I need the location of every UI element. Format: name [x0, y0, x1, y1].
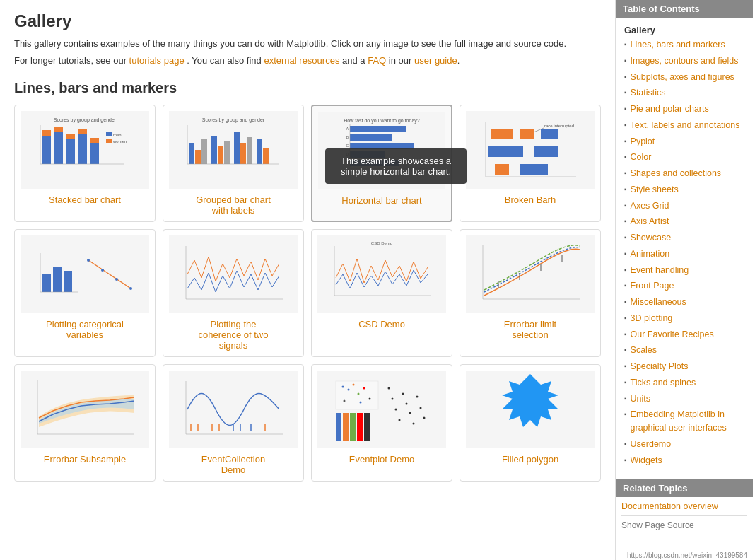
- svg-point-109: [413, 423, 415, 425]
- sidebar-item-recipes[interactable]: ▪ Our Favorite Recipes: [619, 327, 750, 343]
- sidebar: Table of Contents Gallery ▪ Lines, bars …: [615, 0, 753, 560]
- gallery-item-csd-demo[interactable]: CSD Demo CSD Demo: [311, 229, 452, 357]
- sidebar-item-event-handling[interactable]: ▪ Event handling: [619, 262, 750, 279]
- tutorials-link[interactable]: tutorials page: [129, 55, 185, 66]
- svg-point-60: [101, 269, 104, 272]
- sidebar-item-scales[interactable]: ▪ Scales: [619, 342, 750, 358]
- sidebar-item-misc[interactable]: ▪ Miscellaneous: [619, 294, 750, 310]
- gallery-item-event-collection[interactable]: EventCollectionDemo: [163, 364, 304, 482]
- chart-csd-demo: CSD Demo: [317, 235, 446, 313]
- sidebar-item-shapes[interactable]: ▪ Shapes and collections: [619, 165, 750, 182]
- svg-rect-19: [195, 150, 201, 164]
- svg-rect-22: [218, 146, 223, 164]
- sidebar-item-axis-artist[interactable]: ▪ Axis Artist: [619, 214, 750, 230]
- sidebar-item-userdemo[interactable]: ▪ Userdemo: [619, 436, 750, 453]
- intro-paragraph-2: For longer tutorials, see our tutorials …: [14, 54, 601, 68]
- gallery-item-label: Errorbar limitselection: [466, 319, 595, 340]
- sidebar-item-specialty[interactable]: ▪ Specialty Plots: [619, 358, 750, 375]
- gallery-item-errorbar-sub[interactable]: Errorbar Subsample: [14, 364, 156, 482]
- sidebar-item-embedding[interactable]: ▪ Embedding Matplotlib in graphical user…: [619, 407, 750, 436]
- gallery-item-grouped-bar[interactable]: Scores by group and gender: [163, 105, 304, 222]
- sidebar-item-axes-grid[interactable]: ▪ Axes Grid: [619, 198, 750, 214]
- svg-text:women: women: [112, 139, 127, 144]
- bullet-icon: ▪: [624, 298, 627, 305]
- svg-rect-25: [240, 143, 246, 164]
- gallery-item-label: Grouped bar chartwith labels: [169, 194, 298, 216]
- gallery-item-horizontal-bar[interactable]: How fast do you want to go today? A B C …: [311, 105, 452, 222]
- sidebar-item-subplots[interactable]: ▪ Subplots, axes and figures: [619, 69, 750, 86]
- bullet-icon: ▪: [624, 250, 627, 257]
- sidebar-item-text[interactable]: ▪ Text, labels and annotations: [619, 117, 750, 134]
- gallery-item-coherence[interactable]: Plotting thecoherence of twosignals: [163, 229, 304, 357]
- svg-rect-91: [350, 413, 356, 441]
- bullet-icon: ▪: [624, 169, 627, 177]
- svg-point-97: [358, 393, 360, 395]
- sidebar-item-animation[interactable]: ▪ Animation: [619, 246, 750, 262]
- sidebar-item-lines[interactable]: ▪ Lines, bars and markers: [619, 37, 750, 53]
- gallery-item-label: EventCollectionDemo: [169, 454, 298, 475]
- svg-point-111: [420, 407, 422, 409]
- sidebar-item-ticks[interactable]: ▪ Ticks and spines: [619, 375, 750, 391]
- sidebar-item-widgets[interactable]: ▪ Widgets: [619, 453, 750, 469]
- toc-header: Table of Contents: [616, 0, 753, 18]
- bullet-icon: ▪: [624, 346, 627, 354]
- bullet-icon: ▪: [624, 330, 627, 338]
- svg-text:CSD Demo: CSD Demo: [371, 241, 393, 245]
- svg-point-103: [392, 398, 394, 400]
- sidebar-item-pyplot[interactable]: ▪ Pyplot: [619, 134, 750, 150]
- svg-point-98: [363, 387, 365, 390]
- gallery-item-label: Horizontal bar chart: [318, 195, 445, 206]
- bullet-icon: ▪: [624, 456, 627, 464]
- svg-rect-6: [66, 134, 75, 139]
- sidebar-item-style[interactable]: ▪ Style sheets: [619, 182, 750, 198]
- svg-text:E: E: [346, 161, 349, 165]
- svg-rect-35: [350, 151, 385, 158]
- sidebar-item-color[interactable]: ▪ Color: [619, 149, 750, 165]
- sidebar-item-units[interactable]: ▪ Units: [619, 391, 750, 407]
- sidebar-item-showcase[interactable]: ▪ Showcase: [619, 230, 750, 246]
- svg-rect-4: [54, 127, 63, 132]
- svg-rect-49: [495, 164, 509, 175]
- svg-rect-92: [357, 413, 363, 441]
- gallery-item-label: CSD Demo: [317, 319, 446, 329]
- faq-link[interactable]: FAQ: [368, 55, 386, 66]
- svg-point-108: [409, 412, 411, 414]
- show-page-source[interactable]: Show Page Source: [621, 520, 694, 530]
- doc-overview-link[interactable]: Documentation overview: [621, 501, 718, 511]
- gallery-item-broken-barh[interactable]: race interrupted Broken Barh: [460, 105, 601, 222]
- svg-rect-8: [78, 129, 87, 134]
- gallery-item-filled-polygon[interactable]: Filled polygon: [460, 364, 601, 482]
- svg-text:D: D: [346, 152, 349, 156]
- toc-content: Gallery ▪ Lines, bars and markers ▪ Imag…: [616, 18, 753, 472]
- svg-rect-10: [90, 138, 99, 143]
- external-resources-link[interactable]: external resources: [264, 55, 339, 66]
- user-guide-link[interactable]: user guide: [414, 55, 457, 66]
- svg-point-99: [369, 398, 371, 400]
- svg-rect-34: [350, 143, 414, 149]
- sidebar-item-statistics[interactable]: ▪ Statistics: [619, 85, 750, 101]
- svg-rect-44: [491, 129, 513, 139]
- sidebar-item-images[interactable]: ▪ Images, contours and fields: [619, 53, 750, 69]
- svg-point-61: [115, 278, 118, 281]
- svg-text:How fast do you want to go tod: How fast do you want to go today?: [344, 118, 420, 124]
- svg-rect-57: [64, 271, 72, 292]
- svg-rect-2: [42, 130, 51, 136]
- gallery-item-eventplot-demo[interactable]: Eventplot Demo: [311, 364, 452, 482]
- bullet-icon: ▪: [624, 410, 627, 418]
- sidebar-item-pie[interactable]: ▪ Pie and polar charts: [619, 101, 750, 117]
- main-content: Gallery This gallery contains examples o…: [0, 0, 615, 560]
- sidebar-item-3d[interactable]: ▪ 3D plotting: [619, 310, 750, 327]
- gallery-item-errorbar-limit[interactable]: Errorbar limitselection: [460, 229, 601, 357]
- chart-broken-barh: race interrupted: [466, 111, 595, 189]
- bullet-icon: ▪: [624, 233, 627, 241]
- svg-point-104: [395, 409, 397, 411]
- gallery-item-categorical[interactable]: Plotting categoricalvariables: [14, 229, 156, 357]
- svg-point-107: [406, 403, 408, 405]
- svg-point-94: [342, 386, 344, 388]
- sidebar-item-front-page[interactable]: ▪ Front Page: [619, 278, 750, 294]
- svg-rect-32: [350, 126, 406, 132]
- gallery-item-stacked-bar[interactable]: Scores by group and gender men: [14, 105, 156, 222]
- bullet-icon: ▪: [624, 88, 627, 96]
- svg-rect-48: [534, 146, 558, 157]
- chart-coherence: [169, 235, 298, 313]
